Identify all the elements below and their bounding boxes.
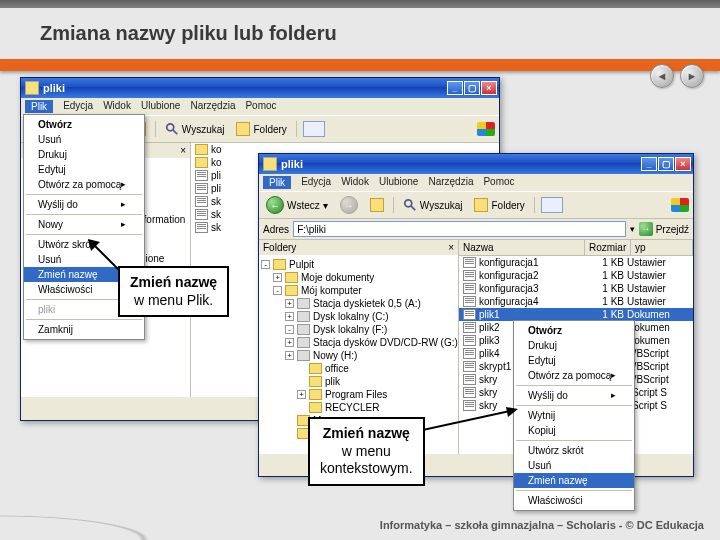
slide-footer: Informatyka – szkoła gimnazjalna – Schol… — [0, 510, 720, 540]
minimize-button[interactable]: _ — [641, 157, 657, 171]
menu-plik[interactable]: Plik — [263, 176, 291, 189]
folders-button[interactable]: Foldery — [233, 121, 289, 137]
minimize-button[interactable]: _ — [447, 81, 463, 95]
window-icon — [263, 157, 277, 171]
svg-point-2 — [405, 200, 412, 207]
slide-title: Zmiana nazwy pliku lub folderu — [0, 8, 720, 59]
menu-item[interactable]: Otwórz za pomocą — [24, 177, 144, 192]
callout-rename-file-menu: Zmień nazwę w menu Plik. — [118, 266, 229, 317]
menu-item[interactable]: Drukuj — [514, 338, 634, 353]
window-title: pliki — [281, 158, 303, 170]
address-label: Adres — [263, 224, 289, 235]
menu-widok[interactable]: Widok — [103, 100, 131, 113]
tree-item[interactable]: +Stacja dysków DVD/CD-RW (G:) — [261, 336, 456, 349]
footer-text: Informatyka – szkoła gimnazjalna – Schol… — [380, 519, 720, 531]
menu-item[interactable]: Utwórz skrót — [514, 443, 634, 458]
tree-item[interactable]: -Mój komputer — [261, 284, 456, 297]
view-button[interactable] — [303, 121, 325, 137]
tree-item[interactable]: -Dysk lokalny (F:) — [261, 323, 456, 336]
context-menu[interactable]: OtwórzDrukujEdytujOtwórz za pomocąWyślij… — [513, 320, 635, 511]
titlebar[interactable]: pliki _ ▢ × — [259, 154, 693, 174]
menu-edycja[interactable]: Edycja — [301, 176, 331, 189]
up-button[interactable] — [367, 197, 387, 213]
menu-item[interactable]: Kopiuj — [514, 423, 634, 438]
tree-item[interactable]: +Nowy (H:) — [261, 349, 456, 362]
address-bar: Adres ▾ →Przejdź — [259, 219, 693, 240]
menu-item[interactable]: Usuń — [24, 132, 144, 147]
svg-line-1 — [173, 130, 177, 134]
svg-line-3 — [411, 206, 415, 210]
list-item[interactable]: konfiguracja21 KBUstawier — [459, 269, 693, 282]
forward-button[interactable]: → — [337, 195, 361, 215]
titlebar[interactable]: pliki _ ▢ × — [21, 78, 499, 98]
svg-line-6 — [418, 411, 510, 431]
menu-plik[interactable]: Plik — [25, 100, 53, 113]
slide-top-bar — [0, 0, 720, 8]
menu-item[interactable]: Zamknij — [24, 322, 144, 337]
close-button[interactable]: × — [675, 157, 691, 171]
svg-point-0 — [167, 124, 174, 131]
menu-narzędzia[interactable]: Narzędzia — [428, 176, 473, 189]
close-button[interactable]: × — [481, 81, 497, 95]
menubar[interactable]: PlikEdycjaWidokUlubioneNarzędziaPomoc — [21, 98, 499, 115]
menu-item[interactable]: Otwórz za pomocą — [514, 368, 634, 383]
folders-button[interactable]: Foldery — [471, 197, 527, 213]
back-button[interactable]: ←Wstecz ▾ — [263, 195, 331, 215]
search-button[interactable]: Wyszukaj — [162, 121, 228, 137]
menubar[interactable]: PlikEdycjaWidokUlubioneNarzędziaPomoc — [259, 174, 693, 191]
window-title: pliki — [43, 82, 65, 94]
tree-item[interactable]: +Moje dokumenty — [261, 271, 456, 284]
list-header[interactable]: Nazwa Rozmiar yp — [459, 240, 693, 256]
close-pane-icon[interactable]: × — [180, 145, 186, 156]
menu-item[interactable]: Zmień nazwę — [514, 473, 634, 488]
menu-widok[interactable]: Widok — [341, 176, 369, 189]
tree-item[interactable]: office — [261, 362, 456, 375]
menu-item[interactable]: Otwórz — [514, 323, 634, 338]
menu-item[interactable]: Wytnij — [514, 408, 634, 423]
window-icon — [25, 81, 39, 95]
throbber-icon — [477, 122, 495, 136]
maximize-button[interactable]: ▢ — [658, 157, 674, 171]
menu-item[interactable]: Właściwości — [514, 493, 634, 508]
tree-item[interactable]: +Dysk lokalny (C:) — [261, 310, 456, 323]
menu-item[interactable]: Usuń — [514, 458, 634, 473]
list-item[interactable]: konfiguracja41 KBUstawier — [459, 295, 693, 308]
accent-bar — [0, 59, 720, 71]
search-button[interactable]: Wyszukaj — [400, 197, 466, 213]
menu-item[interactable]: Drukuj — [24, 147, 144, 162]
list-item[interactable]: konfiguracja11 KBUstawier — [459, 256, 693, 269]
menu-edycja[interactable]: Edycja — [63, 100, 93, 113]
tree-item[interactable]: +Program Files — [261, 388, 456, 401]
footer-swoosh — [0, 510, 250, 540]
menu-item[interactable]: Edytuj — [24, 162, 144, 177]
menu-narzędzia[interactable]: Narzędzia — [190, 100, 235, 113]
tree-item[interactable]: plik — [261, 375, 456, 388]
menu-item[interactable]: Otwórz — [24, 117, 144, 132]
menu-ulubione[interactable]: Ulubione — [141, 100, 180, 113]
menu-item[interactable]: Wyślij do — [24, 197, 144, 212]
maximize-button[interactable]: ▢ — [464, 81, 480, 95]
menu-pomoc[interactable]: Pomoc — [483, 176, 514, 189]
menu-ulubione[interactable]: Ulubione — [379, 176, 418, 189]
tree-item[interactable]: -Pulpit — [261, 258, 456, 271]
go-button[interactable]: →Przejdź — [639, 222, 689, 236]
callout-arrow — [418, 407, 518, 441]
svg-marker-7 — [506, 407, 518, 417]
menu-pomoc[interactable]: Pomoc — [245, 100, 276, 113]
close-pane-icon[interactable]: × — [448, 242, 454, 253]
address-input[interactable] — [293, 221, 626, 237]
tree-item[interactable]: +Stacja dyskietek 0,5 (A:) — [261, 297, 456, 310]
toolbar: ←Wstecz ▾ → Wyszukaj Foldery — [259, 191, 693, 219]
callout-rename-context-menu: Zmień nazwę w menu kontekstowym. — [308, 417, 425, 486]
menu-item[interactable]: Wyślij do — [514, 388, 634, 403]
view-button[interactable] — [541, 197, 563, 213]
throbber-icon — [671, 198, 689, 212]
menu-item[interactable]: Nowy — [24, 217, 144, 232]
list-item[interactable]: konfiguracja31 KBUstawier — [459, 282, 693, 295]
menu-item[interactable]: Edytuj — [514, 353, 634, 368]
slide-canvas: pliki _ ▢ × PlikEdycjaWidokUlubioneNarzę… — [0, 71, 720, 501]
